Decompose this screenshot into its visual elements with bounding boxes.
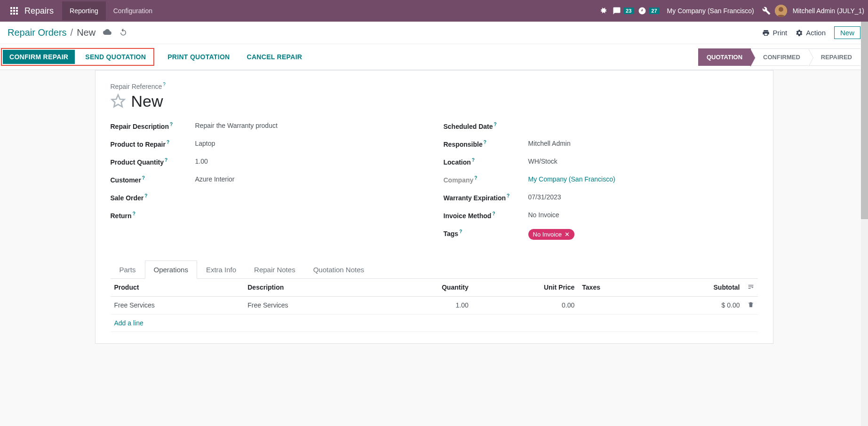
tab-extra-info[interactable]: Extra Info (197, 260, 245, 279)
help-icon[interactable]: ? (133, 211, 135, 216)
help-icon[interactable]: ? (459, 229, 462, 234)
cell-subtotal: $ 0.00 (650, 296, 744, 314)
location-value[interactable]: WH/Stock (528, 158, 557, 165)
clock-icon (637, 6, 647, 16)
new-button[interactable]: New (834, 26, 860, 39)
col-product[interactable]: Product (111, 279, 244, 297)
user-avatar[interactable] (775, 5, 787, 17)
help-icon[interactable]: ? (165, 158, 167, 163)
cancel-repair-button[interactable]: CANCEL REPAIR (240, 50, 309, 64)
cell-product[interactable]: Free Services (111, 296, 244, 314)
col-options-icon[interactable] (744, 279, 758, 297)
cell-description[interactable]: Free Services (244, 296, 377, 314)
nav-configuration[interactable]: Configuration (106, 1, 160, 20)
tag-no-invoice[interactable]: No Invoice✕ (528, 229, 574, 240)
col-taxes[interactable]: Taxes (578, 279, 650, 297)
help-icon[interactable]: ? (472, 158, 475, 163)
tab-parts[interactable]: Parts (111, 260, 145, 279)
control-panel: Repair Orders / New Print Action New (0, 22, 868, 70)
messaging-tray[interactable]: 23 (612, 6, 634, 16)
invoice-method-label: Invoice Method? (444, 211, 528, 220)
status-repaired[interactable]: REPAIRED (809, 48, 860, 66)
repair-reference-value: New (131, 92, 163, 110)
nav-reporting[interactable]: Reporting (62, 1, 106, 20)
save-cloud-icon[interactable] (103, 28, 111, 38)
activities-tray[interactable]: 27 (637, 6, 659, 16)
responsible-value[interactable]: Mitchell Admin (528, 140, 571, 147)
tag-remove-icon[interactable]: ✕ (565, 231, 570, 238)
company-value[interactable]: My Company (San Francisco) (528, 175, 615, 183)
activities-badge: 27 (649, 8, 659, 14)
help-icon[interactable]: ? (492, 211, 495, 216)
breadcrumb-current: New (77, 27, 96, 38)
company-switcher[interactable]: My Company (San Francisco) (663, 7, 758, 15)
priority-star-icon[interactable] (111, 94, 126, 109)
action-menu[interactable]: Action (796, 29, 826, 37)
scrollbar[interactable] (861, 22, 868, 355)
help-icon[interactable]: ? (170, 122, 173, 127)
debug-icon[interactable] (599, 6, 608, 16)
add-line-button[interactable]: Add a line (111, 314, 758, 331)
form-left-column: Repair Description?Repair the Warranty p… (111, 122, 425, 247)
messages-icon (612, 6, 621, 16)
col-description[interactable]: Description (244, 279, 377, 297)
svg-point-1 (779, 7, 783, 12)
print-menu[interactable]: Print (762, 29, 787, 37)
warranty-label: Warranty Expiration? (444, 193, 528, 202)
print-quotation-button[interactable]: PRINT QUOTATION (161, 50, 236, 64)
cell-quantity[interactable]: 1.00 (377, 296, 472, 314)
warranty-value[interactable]: 07/31/2023 (528, 193, 561, 201)
notebook-tabs: Parts Operations Extra Info Repair Notes… (111, 260, 758, 279)
help-icon[interactable]: ? (144, 193, 147, 198)
tags-value[interactable]: No Invoice✕ (528, 229, 574, 240)
user-menu[interactable]: Mitchell Admin (JULY_1) (793, 7, 864, 15)
tools-icon[interactable] (762, 6, 771, 16)
tags-label: Tags? (444, 229, 528, 237)
col-quantity[interactable]: Quantity (377, 279, 472, 297)
tab-repair-notes[interactable]: Repair Notes (245, 260, 304, 279)
product-label: Product to Repair? (111, 140, 195, 148)
tab-quotation-notes[interactable]: Quotation Notes (304, 260, 373, 279)
sale-order-label: Sale Order? (111, 193, 195, 202)
send-quotation-button[interactable]: SEND QUOTATION (79, 50, 152, 64)
status-quotation[interactable]: QUOTATION (698, 48, 751, 66)
row-delete-icon[interactable] (744, 296, 758, 314)
repair-reference-label: Repair Reference (111, 83, 162, 90)
status-path: QUOTATION CONFIRMED REPAIRED (698, 48, 860, 66)
discard-icon[interactable] (119, 28, 127, 38)
table-row[interactable]: Free Services Free Services 1.00 0.00 $ … (111, 296, 758, 314)
col-unit-price[interactable]: Unit Price (472, 279, 579, 297)
form-right-column: Scheduled Date? Responsible?Mitchell Adm… (444, 122, 758, 247)
help-icon[interactable]: ? (507, 193, 510, 198)
help-icon[interactable]: ? (484, 140, 486, 145)
cell-unit-price[interactable]: 0.00 (472, 296, 579, 314)
app-name[interactable]: Repairs (24, 6, 54, 16)
help-icon[interactable]: ? (167, 140, 169, 145)
invoice-method-value[interactable]: No Invoice (528, 211, 559, 219)
gear-icon (796, 29, 803, 37)
apps-menu-icon[interactable] (10, 7, 18, 15)
cell-taxes[interactable] (578, 296, 650, 314)
repair-description-value[interactable]: Repair the Warranty product (195, 122, 278, 129)
tab-operations[interactable]: Operations (145, 260, 197, 279)
scheduled-date-label: Scheduled Date? (444, 122, 528, 130)
help-icon[interactable]: ? (494, 122, 497, 127)
col-subtotal[interactable]: Subtotal (650, 279, 744, 297)
action-label: Action (806, 29, 826, 37)
help-icon[interactable]: ? (474, 175, 477, 181)
customer-label: Customer? (111, 175, 195, 184)
breadcrumb-root[interactable]: Repair Orders (8, 27, 67, 38)
confirm-repair-button[interactable]: CONFIRM REPAIR (3, 50, 75, 64)
return-label: Return? (111, 211, 195, 220)
print-label: Print (772, 29, 787, 37)
customer-value[interactable]: Azure Interior (195, 175, 235, 183)
help-icon[interactable]: ? (142, 175, 145, 181)
status-confirmed[interactable]: CONFIRMED (751, 48, 809, 66)
quantity-label: Product Quantity? (111, 158, 195, 166)
breadcrumb-separator: / (71, 27, 73, 38)
quantity-value[interactable]: 1.00 (195, 158, 208, 165)
product-value[interactable]: Laptop (195, 140, 215, 147)
svg-marker-2 (111, 95, 124, 107)
help-icon[interactable]: ? (163, 82, 166, 87)
form-sheet: Repair Reference? New Repair Description… (95, 70, 773, 344)
